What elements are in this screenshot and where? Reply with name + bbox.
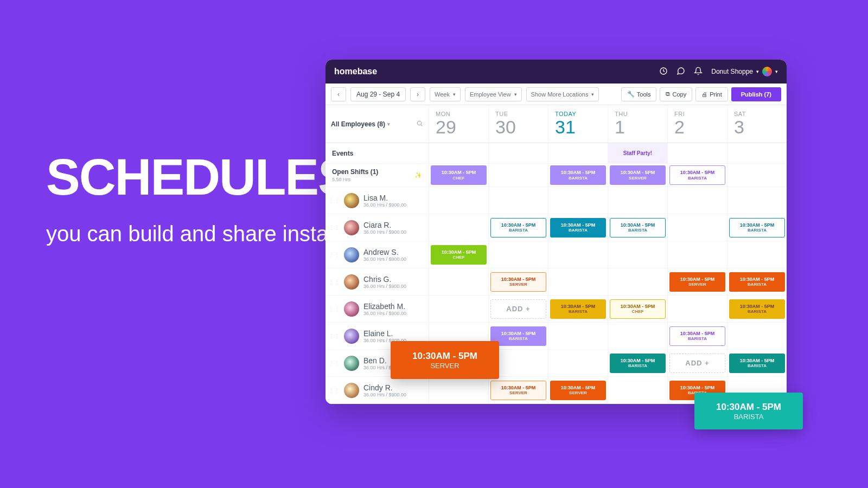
avatar xyxy=(344,193,359,208)
avatar xyxy=(344,383,359,398)
day-column-tue: TUE30 xyxy=(488,105,548,143)
account-name: Donut Shoppe xyxy=(711,68,753,75)
employee-row: ⋮⋮ Ciara R.36.00 Hrs / $900.00 10:30AM -… xyxy=(326,214,787,241)
publish-button[interactable]: Publish (7) xyxy=(731,87,781,101)
dragging-shift-card[interactable]: 10:30AM - 5PM SERVER xyxy=(391,341,499,379)
copy-button[interactable]: ⧉Copy xyxy=(660,87,692,101)
bell-icon[interactable] xyxy=(694,67,703,77)
topbar: homebase Donut Shoppe ▾ ▾ xyxy=(326,60,787,84)
drag-handle-icon[interactable]: ⋮⋮ xyxy=(329,226,340,229)
day-column-mon: MON29 xyxy=(429,105,488,143)
drag-handle-icon[interactable]: ⋮⋮ xyxy=(329,199,340,202)
open-shifts-row: Open Shifts (1) 5.50 Hrs ✨ 10:30AM - 5PM… xyxy=(326,164,787,187)
locations-dropdown[interactable]: Show More Locations xyxy=(526,87,599,101)
avatar xyxy=(344,274,359,290)
print-button[interactable]: 🖨Print xyxy=(695,87,728,101)
shift-chip[interactable]: 10:30AM - 5PMSERVER xyxy=(550,381,606,400)
avatar-icon xyxy=(762,67,772,76)
shift-chip[interactable]: 10:30AM - 5PMBARISTA xyxy=(669,326,725,346)
hero-title: SCHEDULES xyxy=(46,152,367,203)
shift-chip[interactable]: 10:30AM - 5PMSERVER xyxy=(490,272,546,292)
events-row: Events Staff Party! xyxy=(326,143,787,164)
hero-subtitle: you can build and share instantly. xyxy=(46,219,367,248)
avatar xyxy=(344,247,359,262)
shift-chip[interactable]: 10:30AM - 5PMSERVER xyxy=(610,165,666,185)
avatar xyxy=(344,356,359,371)
drag-handle-icon[interactable]: ⋮⋮ xyxy=(329,335,340,337)
shift-chip[interactable]: 10:30AM - 5PMBARISTA xyxy=(729,354,785,373)
account-switcher[interactable]: Donut Shoppe ▾ ▾ xyxy=(711,67,778,76)
svg-point-1 xyxy=(417,121,422,125)
drag-handle-icon[interactable]: ⋮⋮ xyxy=(329,389,340,391)
employee-name: Lisa M. xyxy=(363,194,406,202)
shift-chip[interactable]: 10:30AM - 5PMBARISTA xyxy=(729,272,785,292)
avatar xyxy=(344,329,359,344)
shift-chip[interactable]: 10:30AM - 5PMBARISTA xyxy=(610,218,666,237)
calendar-header: All Employees (8) MON29 TUE30 TODAY31 TH… xyxy=(326,105,787,143)
employee-row: ⋮⋮ Elizabeth M.36.00 Hrs / $900.00 ADD +… xyxy=(326,296,787,323)
shift-chip[interactable]: 10:30AM - 5PMBARISTA xyxy=(729,218,785,237)
open-shifts-label: Open Shifts (1) xyxy=(332,168,378,176)
shift-chip[interactable]: 10:30AM - 5PMSERVER xyxy=(669,272,725,292)
shift-chip[interactable]: 10:30AM - 5PMCHEF xyxy=(431,245,487,265)
employee-row: ⋮⋮ Andrew S.36.00 Hrs / $900.00 10:30AM … xyxy=(326,241,787,268)
magic-wand-icon[interactable]: ✨ xyxy=(414,172,422,179)
next-week-button[interactable]: › xyxy=(410,87,425,101)
toolbar: ‹ Aug 29 - Sep 4 › Week Employee View Sh… xyxy=(326,84,787,105)
employee-row: ⋮⋮ Lisa M.36.00 Hrs / $900.00 xyxy=(326,187,787,214)
shift-chip[interactable]: 10:30AM - 5PMBARISTA xyxy=(669,165,725,185)
day-column-sat: SAT3 xyxy=(727,105,787,143)
shift-chip[interactable]: 10:30AM - 5PMCHEF xyxy=(431,165,487,185)
drag-handle-icon[interactable]: ⋮⋮ xyxy=(329,253,340,256)
app-window: homebase Donut Shoppe ▾ ▾ ‹ Aug 29 - Sep… xyxy=(326,60,787,404)
day-column-thu: THU1 xyxy=(608,105,667,143)
caret-icon: ▾ xyxy=(756,69,759,74)
caret-icon: ▾ xyxy=(775,69,778,74)
open-shifts-hours: 5.50 Hrs xyxy=(332,177,378,182)
day-column-today: TODAY31 xyxy=(548,105,608,143)
search-icon[interactable] xyxy=(416,120,423,129)
event-cell[interactable]: Staff Party! xyxy=(608,143,667,163)
avatar xyxy=(344,220,359,235)
shift-chip[interactable]: 10:30AM - 5PMBARISTA xyxy=(550,165,606,185)
shift-chip[interactable]: 10:30AM - 5PMBARISTA xyxy=(490,218,546,237)
drag-handle-icon[interactable]: ⋮⋮ xyxy=(329,307,340,310)
clock-icon[interactable] xyxy=(659,67,668,77)
period-dropdown[interactable]: Week xyxy=(430,87,461,101)
tools-button[interactable]: 🔧Tools xyxy=(621,87,657,101)
shift-chip[interactable]: 10:30AM - 5PMCHEF xyxy=(610,299,666,319)
drag-handle-icon[interactable]: ⋮⋮ xyxy=(329,280,340,283)
copy-icon: ⧉ xyxy=(666,91,670,98)
shift-chip[interactable]: 10:30AM - 5PMBARISTA xyxy=(550,299,606,319)
shift-chip[interactable]: 10:30AM - 5PMBARISTA xyxy=(610,354,666,373)
employee-row: ⋮⋮ Chris G.36.00 Hrs / $900.00 10:30AM -… xyxy=(326,268,787,296)
employee-filter[interactable]: All Employees (8) xyxy=(326,105,429,143)
wrench-icon: 🔧 xyxy=(627,91,635,98)
brand-logo: homebase xyxy=(334,67,377,76)
hero-copy: SCHEDULES you can build and share instan… xyxy=(46,152,367,248)
shift-chip[interactable]: 10:30AM - 5PMBARISTA xyxy=(729,299,785,319)
view-type-dropdown[interactable]: Employee View xyxy=(465,87,522,101)
add-shift-button[interactable]: ADD + xyxy=(490,299,546,319)
print-icon: 🖨 xyxy=(701,91,707,98)
shift-chip[interactable]: 10:30AM - 5PMBARISTA xyxy=(550,218,606,237)
prev-week-button[interactable]: ‹ xyxy=(331,87,346,101)
chat-icon[interactable] xyxy=(676,67,685,77)
events-label: Events xyxy=(326,143,429,163)
drag-handle-icon[interactable]: ⋮⋮ xyxy=(329,362,340,364)
avatar xyxy=(344,301,359,317)
dragging-shift-card[interactable]: 10:30AM - 5PM BARISTA xyxy=(694,393,803,429)
add-shift-button[interactable]: ADD + xyxy=(669,354,725,373)
date-range-picker[interactable]: Aug 29 - Sep 4 xyxy=(350,87,406,101)
day-column-fri: FRI2 xyxy=(667,105,727,143)
shift-chip[interactable]: 10:30AM - 5PMSERVER xyxy=(490,381,546,400)
